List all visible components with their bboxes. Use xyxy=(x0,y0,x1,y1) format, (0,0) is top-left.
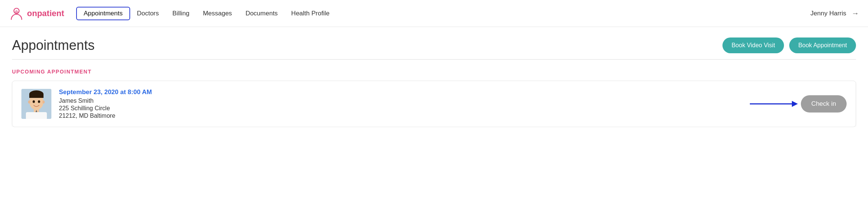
nav-right: Jenny Harris → xyxy=(811,9,859,18)
nav-item-billing[interactable]: Billing xyxy=(166,8,196,20)
page-title: Appointments xyxy=(12,38,95,53)
header-buttons: Book Video Visit Book Appointment xyxy=(722,38,856,53)
appointment-city: 21212, MD Baltimore xyxy=(59,112,742,119)
book-video-visit-button[interactable]: Book Video Visit xyxy=(722,38,784,53)
svg-marker-15 xyxy=(792,101,798,107)
logo-icon xyxy=(9,6,24,21)
user-name: Jenny Harris xyxy=(811,10,846,17)
logout-icon[interactable]: → xyxy=(851,9,859,18)
arrow-icon xyxy=(750,99,802,109)
nav-links: Appointments Doctors Billing Messages Do… xyxy=(76,7,811,20)
svg-point-13 xyxy=(42,100,45,104)
doctor-photo xyxy=(21,89,51,119)
svg-rect-6 xyxy=(26,112,47,119)
page-content: Appointments Book Video Visit Book Appoi… xyxy=(0,27,868,127)
nav-item-documents[interactable]: Documents xyxy=(239,8,284,20)
nav-item-messages[interactable]: Messages xyxy=(196,8,239,20)
svg-point-12 xyxy=(28,100,30,104)
svg-rect-9 xyxy=(29,94,44,98)
book-appointment-button[interactable]: Book Appointment xyxy=(789,38,856,53)
appointment-doctor: James Smith xyxy=(59,98,742,104)
appointment-card: September 23, 2020 at 8:00 AM James Smit… xyxy=(12,81,856,127)
nav-item-appointments[interactable]: Appointments xyxy=(76,7,130,20)
logo-area[interactable]: onpatient xyxy=(9,6,64,21)
page-header: Appointments Book Video Visit Book Appoi… xyxy=(12,38,856,60)
appointment-address: 225 Schilling Circle xyxy=(59,105,742,112)
upcoming-section-label: UPCOMING APPOINTMENT xyxy=(12,69,856,75)
appointment-date: September 23, 2020 at 8:00 AM xyxy=(59,88,742,96)
nav-item-doctors[interactable]: Doctors xyxy=(130,8,166,20)
nav-item-health-profile[interactable]: Health Profile xyxy=(284,8,336,20)
check-in-button[interactable]: Check in xyxy=(801,95,847,112)
arrow-line xyxy=(750,99,801,109)
checkin-area: Check in xyxy=(750,95,847,112)
doctor-avatar xyxy=(21,89,51,119)
appointment-info: September 23, 2020 at 8:00 AM James Smit… xyxy=(59,88,742,119)
svg-point-11 xyxy=(38,100,40,103)
brand-name: onpatient xyxy=(27,9,64,18)
svg-point-10 xyxy=(33,100,35,103)
navbar: onpatient Appointments Doctors Billing M… xyxy=(0,0,868,27)
